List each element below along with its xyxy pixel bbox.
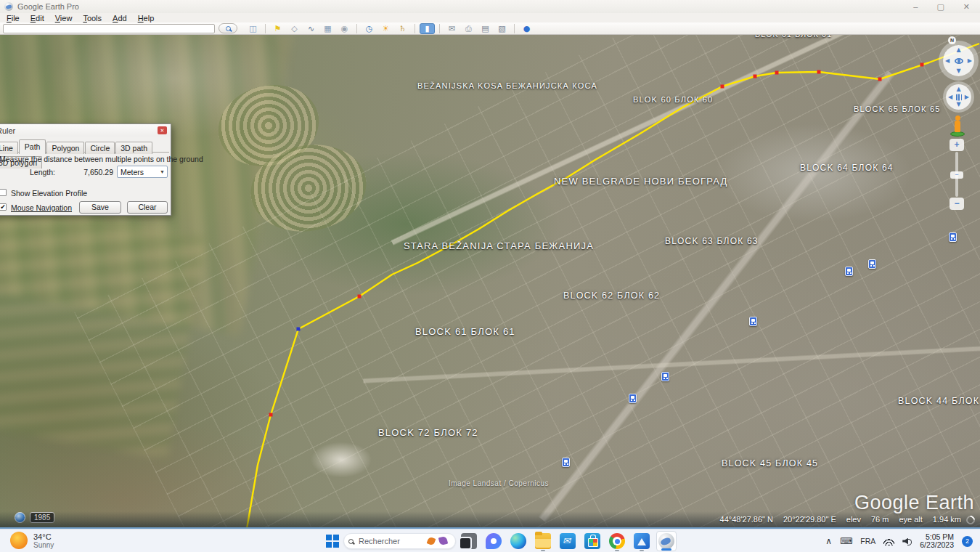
maximize-button[interactable]	[936, 0, 944, 13]
ruler-tab-path[interactable]: Path	[19, 139, 46, 154]
taskbar-store[interactable]	[582, 531, 603, 551]
globe-button[interactable]: ●	[519, 23, 534, 34]
map-viewport[interactable]: BLOK 61 БЛОК 61BEŽANIJSKA KOSA БЕЖАНИЈСК…	[0, 35, 980, 527]
wifi-icon[interactable]	[883, 537, 894, 545]
weather-condition: Sunny	[33, 541, 54, 549]
menu-tools[interactable]: Tools	[83, 14, 102, 23]
transit-station-icon[interactable]	[845, 267, 853, 276]
sunlight-button[interactable]: ☀	[378, 23, 393, 34]
ruler-dialog-title: Ruler	[0, 126, 15, 135]
photos-icon	[634, 533, 650, 549]
notification-badge[interactable]: 2	[962, 536, 973, 547]
zoom-slider-handle[interactable]	[950, 171, 963, 179]
add-placemark-button[interactable]: ⚑	[270, 23, 285, 34]
taskbar-weather-widget[interactable]: 34°C Sunny	[10, 532, 54, 549]
status-latitude: 44°48'27.86" N	[720, 515, 773, 524]
look-down-arrow[interactable]: ▼	[956, 68, 960, 74]
search-input[interactable]	[3, 24, 215, 33]
taskbar-task-view[interactable]	[459, 531, 479, 551]
sidebar-toggle-button[interactable]: ◫	[245, 23, 261, 34]
print-button[interactable]: ⎙	[461, 23, 476, 34]
look-joystick[interactable]: ▲ ▼ ◀ ▶	[939, 41, 979, 81]
close-button[interactable]	[963, 0, 970, 13]
keyboard-icon[interactable]: ⌨	[840, 536, 852, 546]
length-label: Length:	[30, 168, 55, 176]
imagery-copyright: Image Landsat / Copernicus	[449, 479, 549, 487]
add-polygon-button[interactable]: ◇	[287, 23, 302, 34]
ruler-tab-circle[interactable]: Circle	[85, 142, 115, 154]
email-button[interactable]: ✉	[444, 23, 460, 34]
taskbar-edge[interactable]	[508, 531, 528, 551]
transit-station-icon[interactable]	[629, 394, 637, 403]
transit-station-icon[interactable]	[749, 317, 757, 326]
planets-icon: ♄	[399, 25, 407, 33]
tray-date: 6/23/2023	[920, 541, 954, 550]
zoom-in-button[interactable]	[950, 139, 964, 151]
system-tray: ∧ ⌨ FRA 5:05 PM 6/23/2023 2	[825, 529, 973, 552]
taskbar-photos[interactable]	[632, 531, 652, 551]
taskbar-chrome[interactable]	[607, 531, 627, 551]
ruler-tab-polygon[interactable]: Polygon	[46, 142, 84, 154]
menu-edit[interactable]: Edit	[30, 14, 44, 23]
pegman-street-view[interactable]	[950, 115, 965, 137]
transit-station-icon[interactable]	[949, 232, 957, 242]
move-joystick[interactable]: ▲ ▼ ◀ ▶	[943, 81, 974, 113]
planets-button[interactable]: ♄	[395, 23, 410, 34]
ruler-dialog-titlebar[interactable]: Ruler	[0, 124, 171, 137]
zoom-out-button[interactable]	[950, 198, 964, 210]
speaker-icon[interactable]	[902, 537, 912, 545]
chevron-down-icon: ▼	[160, 169, 165, 174]
look-right-arrow[interactable]: ▶	[968, 58, 972, 64]
unit-dropdown[interactable]: Meters ▼	[117, 166, 168, 178]
menu-add[interactable]: Add	[113, 14, 127, 23]
ruler-tab-3d-path[interactable]: 3D path	[115, 142, 152, 154]
clock[interactable]: 5:05 PM 6/23/2023	[920, 533, 954, 550]
look-up-arrow[interactable]: ▲	[956, 47, 960, 53]
start-button[interactable]	[326, 535, 339, 548]
search-button[interactable]	[219, 23, 237, 33]
ruler-dialog: Ruler LinePathPolygonCircle3D path3D pol…	[0, 123, 171, 216]
historical-imagery-icon: ◷	[366, 25, 373, 33]
minimize-button[interactable]	[913, 0, 918, 13]
transit-station-icon[interactable]	[868, 259, 876, 269]
menu-file[interactable]: File	[7, 14, 20, 23]
add-path-button[interactable]: ∿	[303, 23, 319, 34]
ruler-tab-line[interactable]: Line	[0, 142, 18, 154]
menu-help[interactable]: Help	[138, 14, 155, 23]
move-left-arrow[interactable]: ◀	[948, 94, 952, 100]
show-elevation-checkbox[interactable]	[0, 189, 7, 196]
mouse-navigation-checkbox[interactable]	[0, 203, 7, 211]
language-indicator[interactable]: FRA	[860, 537, 875, 545]
look-left-arrow[interactable]: ◀	[945, 58, 950, 64]
save-button[interactable]: Save	[79, 201, 121, 214]
status-elev-label: elev	[846, 515, 861, 524]
tray-chevron-icon[interactable]: ∧	[825, 536, 832, 546]
taskbar-google-earth[interactable]	[656, 531, 677, 551]
move-right-arrow[interactable]: ▶	[965, 94, 969, 100]
taskbar-search[interactable]: Rechercher	[343, 533, 456, 549]
menu-view[interactable]: View	[55, 14, 73, 23]
view-in-maps-icon: ▧	[498, 25, 505, 33]
streaming-spinner-icon	[965, 514, 977, 527]
view-in-maps-button[interactable]: ▧	[494, 23, 510, 34]
save-image-button[interactable]: ▤	[478, 23, 493, 34]
historical-imagery-button[interactable]: ◷	[362, 23, 377, 34]
ruler-button[interactable]: ▮	[420, 23, 435, 34]
taskbar-apps	[459, 531, 677, 551]
taskbar-file-explorer[interactable]	[533, 531, 553, 551]
move-up-arrow[interactable]: ▲	[956, 86, 960, 92]
map-label: STARA BEŽANIJA СТАРА БЕЖАНИЈА	[404, 240, 594, 251]
weather-temperature: 34°C	[33, 532, 54, 541]
clear-button[interactable]: Clear	[127, 201, 168, 214]
mail-icon	[560, 533, 576, 549]
transit-station-icon[interactable]	[562, 458, 570, 467]
map-label: BLOK 60 БЛОК 60	[633, 95, 713, 104]
add-image-overlay-button[interactable]: ▦	[320, 23, 335, 34]
transit-station-icon[interactable]	[661, 372, 669, 381]
sunlight-icon: ☀	[383, 25, 390, 33]
move-down-arrow[interactable]: ▼	[956, 102, 960, 107]
taskbar-chat[interactable]	[483, 531, 504, 551]
record-tour-button[interactable]: ◉	[337, 23, 352, 34]
taskbar-mail[interactable]	[558, 531, 578, 551]
ruler-close-button[interactable]	[158, 126, 167, 134]
